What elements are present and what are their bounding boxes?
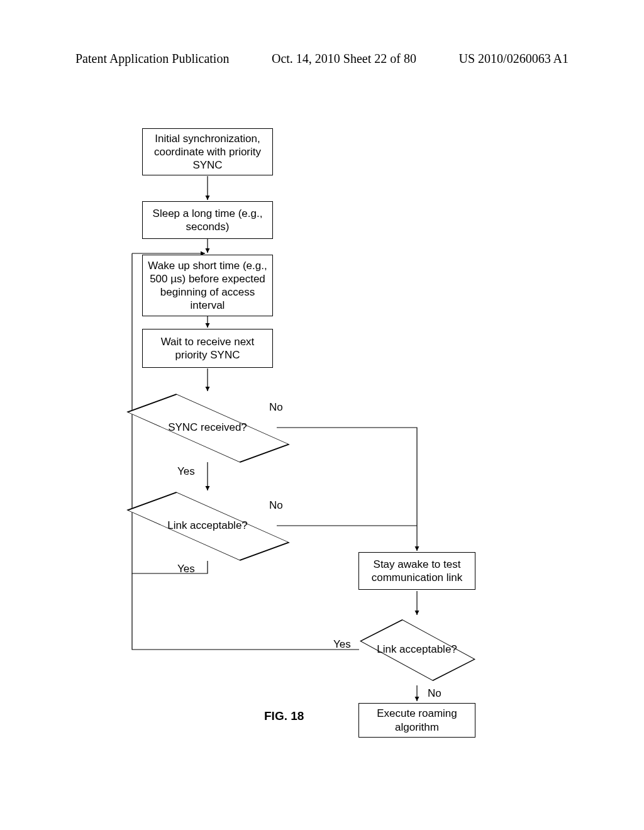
page: Patent Application Publication Oct. 14, … <box>0 0 644 830</box>
edge-link1-no: No <box>269 499 283 512</box>
box-stay-awake: Stay awake to test communication link <box>358 552 475 590</box>
decision-link-acceptable-2-shape <box>360 619 475 681</box>
box-roaming: Execute roaming algorithm <box>358 703 475 738</box>
header-right: US 2010/0260063 A1 <box>459 52 569 66</box>
box-wake-text: Wake up short time (e.g., 500 µs) before… <box>147 259 269 313</box>
edge-sync-yes: Yes <box>177 465 195 478</box>
flow-arrows <box>0 0 644 830</box>
edge-link2-yes: Yes <box>333 638 351 651</box>
decision-link-acceptable-1-shape <box>126 492 290 560</box>
figure-label: FIG. 18 <box>264 709 304 723</box>
box-wait: Wait to receive next priority SYNC <box>142 329 273 368</box>
header-center: Oct. 14, 2010 Sheet 22 of 80 <box>272 52 416 66</box>
box-sleep: Sleep a long time (e.g., seconds) <box>142 201 273 239</box>
edge-sync-no: No <box>269 401 283 414</box>
page-header: Patent Application Publication Oct. 14, … <box>75 52 569 66</box>
decision-sync-received-shape <box>126 394 290 462</box>
edge-link2-no: No <box>428 687 441 700</box>
box-initial-sync: Initial synchronization, coordinate with… <box>142 128 273 175</box>
edge-link1-yes: Yes <box>177 563 195 575</box>
header-left: Patent Application Publication <box>75 52 229 66</box>
box-wake: Wake up short time (e.g., 500 µs) before… <box>142 255 273 316</box>
